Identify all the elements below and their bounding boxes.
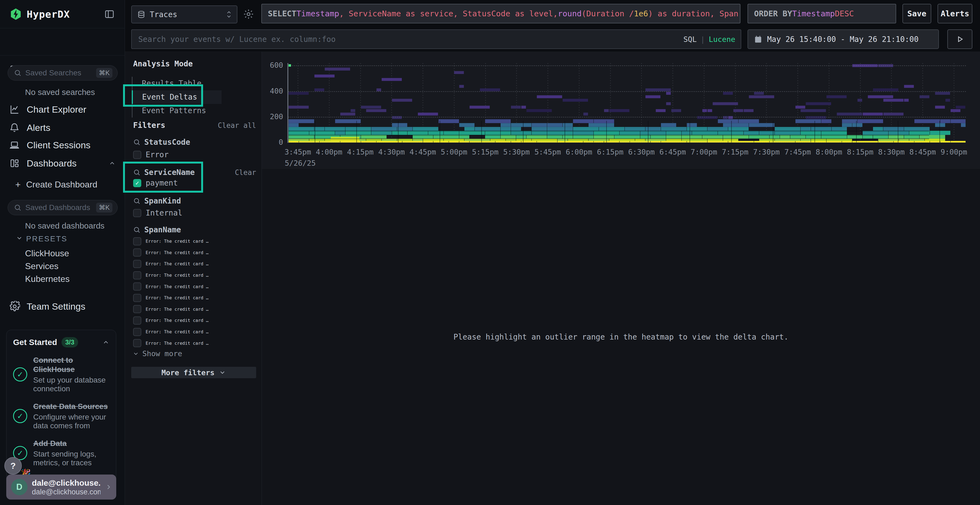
alerts-nav-label: Alerts	[27, 122, 50, 133]
sidebar-item-client-sessions[interactable]: Client Sessions	[0, 137, 125, 152]
saved-dashboards-input[interactable]: ⌘K	[8, 200, 118, 215]
filter-option-internal[interactable]: Internal	[133, 208, 256, 218]
sidebar-item-search[interactable]: Search	[0, 28, 125, 56]
get-started-card: Get Started 3/3 ✓ Connect to ClickHouse …	[6, 330, 116, 481]
source-settings-gear-icon[interactable]	[243, 9, 254, 20]
sidebar-item-team-settings[interactable]: Team Settings	[0, 298, 125, 314]
language-toggle-sql[interactable]: SQL	[683, 35, 697, 43]
saved-searches-kbd: ⌘K	[96, 68, 113, 78]
filter-option-spanname[interactable]: Error: The credit card …	[133, 247, 256, 259]
sidebar-item-services[interactable]: Services	[25, 261, 59, 271]
language-toggle-lucene[interactable]: Lucene	[709, 35, 735, 43]
checkbox-unchecked[interactable]	[133, 305, 141, 313]
time-range-picker[interactable]: May 26 15:40:00 - May 26 21:10:00	[748, 29, 939, 49]
analysis-mode-title: Analysis Mode	[133, 59, 193, 68]
filter-option-spanname[interactable]: Error: The credit card …	[133, 315, 256, 326]
filter-option-label: Error: The credit card …	[146, 306, 208, 312]
search-icon	[14, 69, 22, 77]
filter-option-label: Internal	[146, 208, 182, 218]
help-label: ?	[10, 461, 16, 471]
search-input[interactable]	[138, 35, 679, 44]
search-icon[interactable]	[133, 197, 140, 205]
mode-event-patterns[interactable]: Event Patterns	[132, 104, 221, 118]
filter-option-spanname[interactable]: Error: The credit card …	[133, 326, 256, 338]
sql-select-editor[interactable]: SELECT Timestamp, ServiceName as service…	[261, 4, 740, 24]
chart-explorer-label: Chart Explorer	[27, 104, 86, 115]
check-circle-icon: ✓	[13, 409, 27, 423]
filter-option-spanname[interactable]: Error: The credit card …	[133, 337, 256, 349]
checkbox-unchecked[interactable]	[133, 283, 141, 291]
filter-option-label: Error: The credit card …	[146, 284, 208, 289]
saved-dashboards-kbd: ⌘K	[96, 203, 113, 213]
sidebar-item-alerts[interactable]: Alerts	[0, 120, 125, 135]
filter-option-spanname[interactable]: Error: The credit card …	[133, 270, 256, 281]
filter-option-label: Error: The credit card …	[146, 318, 208, 323]
chart-explorer-icon	[9, 104, 20, 114]
more-filters-button[interactable]: More filters	[131, 367, 256, 378]
checkbox-unchecked[interactable]	[133, 248, 141, 257]
filter-option-payment[interactable]: ✓ payment	[133, 178, 256, 187]
sidebar-item-kubernetes[interactable]: Kubernetes	[25, 274, 70, 284]
filter-group-spanname: SpanName	[133, 225, 256, 234]
checkbox-checked[interactable]: ✓	[133, 179, 141, 187]
sidebar: HyperDX Search ⌘K No saved searches Char…	[0, 0, 125, 505]
filter-option-error[interactable]: Error	[133, 150, 256, 159]
get-started-item[interactable]: ✓ Add Data Start sending logs, metrics, …	[13, 439, 110, 467]
filter-option-label: Error: The credit card …	[146, 341, 208, 346]
save-button[interactable]: Save	[902, 4, 931, 24]
mode-event-deltas[interactable]: Event Deltas	[132, 91, 221, 104]
clear-servicename-link[interactable]: Clear	[235, 168, 256, 176]
sidebar-collapse-icon[interactable]	[104, 9, 115, 20]
filter-option-spanname[interactable]: Error: The credit card …	[133, 281, 256, 292]
sidebar-item-dashboards[interactable]: Dashboards	[0, 156, 125, 171]
x-axis-date-label: 5/26/25	[285, 159, 316, 167]
filter-option-spanname[interactable]: Error: The credit card …	[133, 236, 256, 247]
mode-results-table[interactable]: Results Table	[132, 77, 221, 91]
get-started-item[interactable]: ✓ Connect to ClickHouse Set up your data…	[13, 356, 110, 393]
checkbox-unchecked[interactable]	[133, 339, 141, 347]
sidebar-item-chart-explorer[interactable]: Chart Explorer	[0, 102, 125, 117]
source-select-value: Traces	[150, 10, 221, 19]
create-dashboard-button[interactable]: + Create Dashboard	[0, 177, 125, 192]
clear-all-filters-link[interactable]: Clear all	[218, 121, 256, 130]
checkbox-unchecked[interactable]	[133, 271, 141, 279]
search-icon[interactable]	[133, 226, 140, 233]
user-email: dale@clickhouse.com	[32, 478, 100, 488]
filter-option-spanname[interactable]: Error: The credit card …	[133, 292, 256, 304]
chevron-up-icon[interactable]	[109, 160, 116, 167]
run-query-button[interactable]	[947, 29, 972, 49]
client-sessions-label: Client Sessions	[27, 140, 91, 151]
get-started-title: Get Started	[13, 338, 57, 347]
search-icon[interactable]	[133, 169, 140, 176]
no-saved-dashboards-note: No saved dashboards	[25, 221, 105, 230]
user-menu[interactable]: D dale@clickhouse.com dale@clickhouse.co…	[6, 475, 116, 500]
chevron-up-icon[interactable]	[102, 339, 110, 346]
get-started-item[interactable]: ✓ Create Data Sources Configure where yo…	[13, 402, 110, 430]
source-select[interactable]: Traces	[131, 5, 237, 24]
checkbox-unchecked[interactable]	[133, 294, 141, 302]
saved-searches-field[interactable]	[25, 68, 92, 77]
show-more-link[interactable]: Show more	[132, 349, 182, 358]
checkbox-unchecked[interactable]	[133, 328, 141, 336]
alerts-button[interactable]: Alerts	[937, 4, 972, 24]
chevron-down-icon	[16, 235, 23, 241]
filter-option-spanname[interactable]: Error: The credit card …	[133, 304, 256, 315]
search-icon[interactable]	[133, 138, 140, 146]
sidebar-item-clickhouse[interactable]: ClickHouse	[25, 248, 69, 259]
saved-dashboards-field[interactable]	[25, 203, 92, 212]
filter-option-spanname[interactable]: Error: The credit card …	[133, 258, 256, 270]
heatmap-canvas[interactable]	[288, 63, 966, 143]
search-icon	[14, 204, 22, 211]
checkbox-unchecked[interactable]	[133, 209, 141, 217]
checkbox-unchecked[interactable]	[133, 237, 141, 245]
help-button[interactable]: ?	[4, 457, 22, 475]
saved-searches-input[interactable]: ⌘K	[8, 65, 118, 81]
checkbox-unchecked[interactable]	[133, 316, 141, 325]
sql-orderby-editor[interactable]: ORDER BY Timestamp DESC	[748, 4, 896, 24]
checkbox-unchecked[interactable]	[133, 151, 141, 159]
user-subtitle: dale@clickhouse.com's	[32, 488, 100, 496]
filter-option-label: Error: The credit card …	[146, 329, 208, 334]
checkbox-unchecked[interactable]	[133, 260, 141, 268]
plus-icon: +	[15, 179, 21, 190]
y-tick-label: 200	[256, 113, 283, 121]
